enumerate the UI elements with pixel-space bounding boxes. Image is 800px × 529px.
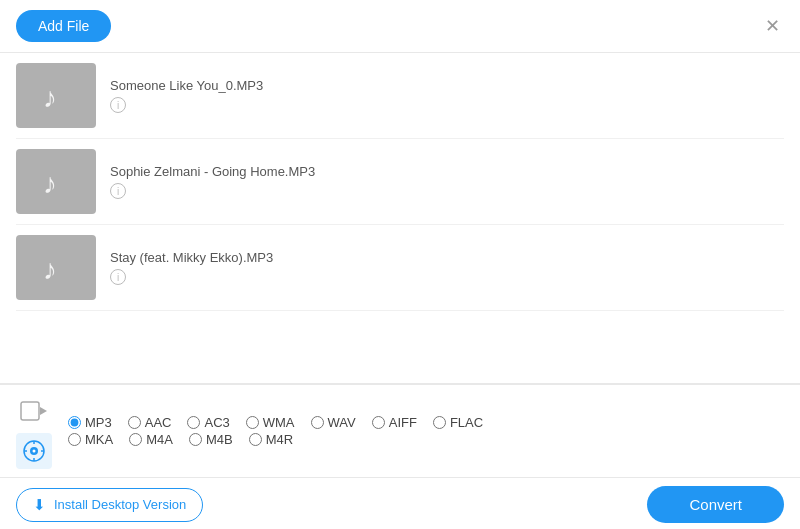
bottom-actions: ⬇ Install Desktop Version Convert xyxy=(16,478,784,529)
add-file-button[interactable]: Add File xyxy=(16,10,111,42)
format-row-2: MKA M4A M4B M4R xyxy=(68,432,784,447)
close-button[interactable]: ✕ xyxy=(761,15,784,37)
file-name: Stay (feat. Mikky Ekko).MP3 xyxy=(110,250,273,265)
format-radio-m4a[interactable] xyxy=(129,433,142,446)
convert-button[interactable]: Convert xyxy=(647,486,784,523)
file-info: Stay (feat. Mikky Ekko).MP3 i xyxy=(110,250,273,285)
audio-icon xyxy=(20,437,48,465)
format-radio-flac[interactable] xyxy=(433,416,446,429)
format-option-m4a[interactable]: M4A xyxy=(129,432,173,447)
info-icon[interactable]: i xyxy=(110,269,126,285)
video-icon xyxy=(20,400,48,422)
file-info: Sophie Zelmani - Going Home.MP3 i xyxy=(110,164,315,199)
tab-icons xyxy=(16,393,52,469)
install-desktop-button[interactable]: ⬇ Install Desktop Version xyxy=(16,488,203,522)
file-item: ♪ Sophie Zelmani - Going Home.MP3 i xyxy=(16,139,784,225)
svg-point-7 xyxy=(33,450,36,453)
format-option-ac3[interactable]: AC3 xyxy=(187,415,229,430)
audio-tab-icon[interactable] xyxy=(16,433,52,469)
format-radio-mp3[interactable] xyxy=(68,416,81,429)
format-radio-wma[interactable] xyxy=(246,416,259,429)
svg-text:♪: ♪ xyxy=(43,253,57,285)
info-icon[interactable]: i xyxy=(110,183,126,199)
file-item: ♪ Stay (feat. Mikky Ekko).MP3 i xyxy=(16,225,784,311)
format-section: MP3 AAC AC3 WMA WAV AIFF FLAC MKA M4A M4… xyxy=(16,385,784,477)
format-option-mp3[interactable]: MP3 xyxy=(68,415,112,430)
format-option-mka[interactable]: MKA xyxy=(68,432,113,447)
format-grid: MP3 AAC AC3 WMA WAV AIFF FLAC MKA M4A M4… xyxy=(68,415,784,447)
format-option-wav[interactable]: WAV xyxy=(311,415,356,430)
format-option-aiff[interactable]: AIFF xyxy=(372,415,417,430)
install-label: Install Desktop Version xyxy=(54,497,186,512)
format-option-m4b[interactable]: M4B xyxy=(189,432,233,447)
format-radio-m4r[interactable] xyxy=(249,433,262,446)
file-thumbnail: ♪ xyxy=(16,235,96,300)
format-radio-aiff[interactable] xyxy=(372,416,385,429)
format-option-wma[interactable]: WMA xyxy=(246,415,295,430)
format-option-flac[interactable]: FLAC xyxy=(433,415,483,430)
bottom-panel: MP3 AAC AC3 WMA WAV AIFF FLAC MKA M4A M4… xyxy=(0,383,800,529)
format-radio-m4b[interactable] xyxy=(189,433,202,446)
file-name: Someone Like You_0.MP3 xyxy=(110,78,263,93)
file-info: Someone Like You_0.MP3 i xyxy=(110,78,263,113)
svg-marker-4 xyxy=(40,407,47,415)
file-item: ♪ Someone Like You_0.MP3 i xyxy=(16,53,784,139)
music-note-icon: ♪ xyxy=(37,163,75,201)
svg-text:♪: ♪ xyxy=(43,167,57,199)
file-list: ♪ Someone Like You_0.MP3 i ♪ Sophie Zelm… xyxy=(0,53,800,383)
music-note-icon: ♪ xyxy=(37,77,75,115)
file-thumbnail: ♪ xyxy=(16,149,96,214)
music-note-icon: ♪ xyxy=(37,249,75,287)
info-icon[interactable]: i xyxy=(110,97,126,113)
format-row-1: MP3 AAC AC3 WMA WAV AIFF FLAC xyxy=(68,415,784,430)
file-thumbnail: ♪ xyxy=(16,63,96,128)
format-radio-mka[interactable] xyxy=(68,433,81,446)
video-tab-icon[interactable] xyxy=(16,393,52,429)
format-radio-wav[interactable] xyxy=(311,416,324,429)
file-name: Sophie Zelmani - Going Home.MP3 xyxy=(110,164,315,179)
download-icon: ⬇ xyxy=(33,496,46,514)
format-radio-ac3[interactable] xyxy=(187,416,200,429)
format-option-aac[interactable]: AAC xyxy=(128,415,172,430)
top-bar: Add File ✕ xyxy=(0,0,800,53)
svg-rect-3 xyxy=(21,402,39,420)
svg-text:♪: ♪ xyxy=(43,81,57,113)
format-radio-aac[interactable] xyxy=(128,416,141,429)
format-option-m4r[interactable]: M4R xyxy=(249,432,293,447)
